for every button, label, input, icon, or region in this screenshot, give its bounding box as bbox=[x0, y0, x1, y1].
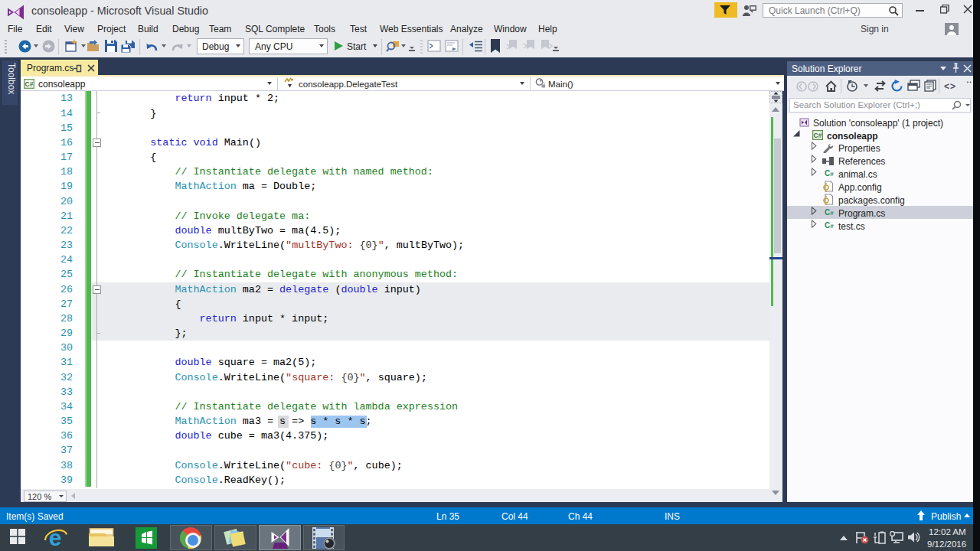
svg-text:C#: C# bbox=[25, 80, 34, 88]
svg-text:e: e bbox=[49, 526, 62, 549]
svg-text:C#: C# bbox=[814, 132, 822, 139]
